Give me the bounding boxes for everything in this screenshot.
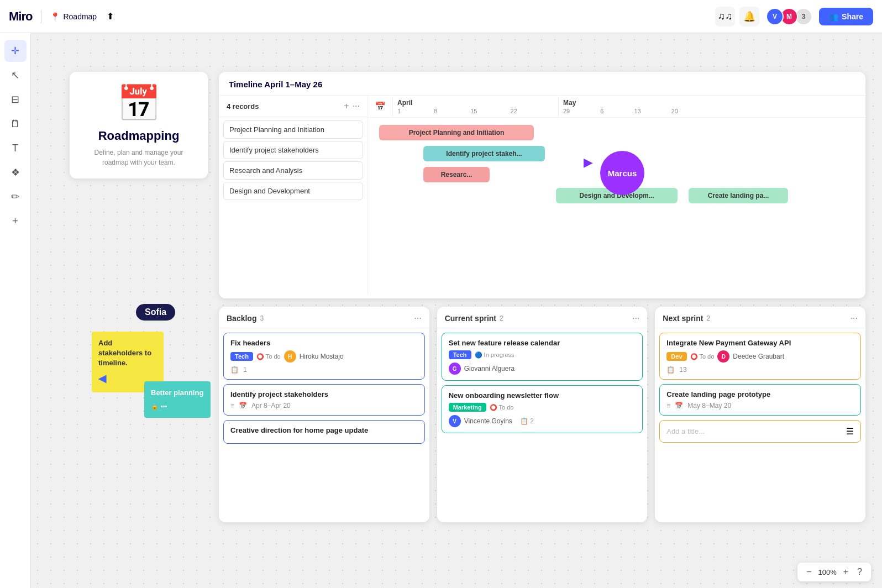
- roadmap-card-description: Define, plan and manage your roadmap wit…: [81, 148, 197, 167]
- timeline-item-3[interactable]: Design and Development: [223, 182, 363, 200]
- next-sprint-more-button[interactable]: ···: [851, 313, 858, 323]
- current-sprint-title: Current sprint 2: [445, 314, 503, 323]
- notification-icon[interactable]: 🔔: [739, 7, 759, 27]
- roadmap-calendar-icon: 📅: [117, 83, 161, 124]
- records-count: 4 records: [227, 102, 259, 111]
- calendar-icon: 📅: [675, 402, 683, 410]
- pin-icon: 📍: [50, 12, 60, 21]
- tech-tag: Tech: [230, 352, 253, 361]
- assignee: V Vincente Goyins 📋 2: [449, 415, 636, 427]
- bar-row-0: Project Planning and Initiation: [368, 122, 865, 143]
- zoom-out-button[interactable]: −: [804, 566, 813, 578]
- bottom-bar: − 100% + ?: [797, 563, 871, 581]
- music-icon[interactable]: ♫♫: [715, 7, 735, 27]
- export-icon[interactable]: ⬆: [103, 9, 117, 24]
- zoom-in-button[interactable]: +: [841, 566, 851, 578]
- next-sprint-title: Next sprint 2: [663, 314, 710, 323]
- card-title: Fix headers: [230, 339, 418, 347]
- card-title: Integrate New Payment Gateway API: [666, 339, 854, 347]
- kanban-col-current-sprint: Current sprint 2 ··· Set new feature rel…: [437, 307, 648, 522]
- add-title-input[interactable]: Add a title...: [666, 427, 846, 435]
- more-options-button[interactable]: ···: [353, 101, 360, 111]
- card-feature-calendar[interactable]: Set new feature release calendar Tech 🔵 …: [442, 333, 643, 381]
- week-13: 13: [634, 108, 641, 114]
- zoom-level: 100%: [818, 568, 837, 576]
- timeline-bar-0[interactable]: Project Planning and Initiation: [379, 125, 534, 140]
- card-onboarding[interactable]: New onboarding newsletter flow Marketing…: [442, 385, 643, 433]
- timeline-calendar: 📅 April 1 8 15 22 May: [368, 96, 865, 295]
- kanban-section: Backlog 3 ··· Fix headers Tech ⭕ To do H…: [219, 307, 865, 522]
- share-icon: 👥: [829, 12, 838, 21]
- marketing-tag: Marketing: [449, 403, 486, 412]
- crosshair-tool-button[interactable]: ✛: [4, 40, 27, 62]
- timeline-bar-4[interactable]: Create landing pa...: [689, 188, 788, 203]
- help-button[interactable]: ?: [855, 566, 864, 578]
- add-record-button[interactable]: +: [344, 101, 349, 111]
- subtask-count: 📋 2: [520, 417, 534, 425]
- current-sprint-more-button[interactable]: ···: [632, 313, 639, 323]
- card-tags: Tech ⭕ To do H Hiroku Mostajo: [230, 350, 418, 363]
- april-weeks: 1 8 15 22: [397, 108, 554, 114]
- timeline-bar-1[interactable]: Identify project stakeh...: [423, 146, 545, 161]
- board-title: Roadmap: [63, 12, 97, 21]
- sticky-tool-button[interactable]: 🗒: [4, 113, 27, 135]
- share-button[interactable]: 👥 Share: [819, 8, 873, 25]
- calendar-icon: 📅: [239, 402, 247, 410]
- cursor-arrow-icon: ▶: [584, 155, 593, 170]
- timeline-list: 4 records + ··· Project Planning and Ini…: [219, 96, 368, 295]
- topbar-right: ♫♫ 🔔 V M 3 👥 Share: [715, 7, 873, 27]
- backlog-title: Backlog 3: [227, 314, 264, 323]
- timeline-item-0[interactable]: Project Planning and Initiation: [223, 120, 363, 139]
- backlog-more-button[interactable]: ···: [414, 313, 421, 323]
- timeline-item-1[interactable]: Identify project stakeholders: [223, 141, 363, 159]
- timeline-body: 4 records + ··· Project Planning and Ini…: [219, 96, 865, 295]
- canvas[interactable]: 📅 Roadmapping Define, plan and manage yo…: [31, 33, 882, 588]
- add-title-icons: ☰: [846, 426, 854, 437]
- timeline-bar-2[interactable]: Researc...: [423, 167, 490, 182]
- marcus-cursor-bubble: Marcus: [600, 151, 644, 195]
- status-in-progress: 🔵 In progress: [475, 351, 514, 359]
- week-1: 1: [397, 108, 401, 114]
- card-landing-prototype[interactable]: Create landing page prototype ≡ 📅 May 8–…: [659, 384, 861, 416]
- sticky-teal-note[interactable]: Better planning 🔒▪▪▪: [144, 381, 211, 418]
- timeline-item-2[interactable]: Research and Analysis: [223, 161, 363, 180]
- add-more-button[interactable]: +: [4, 210, 27, 232]
- assignee-avatar: D: [717, 350, 729, 363]
- cursor-tool-button[interactable]: ↖: [4, 64, 27, 86]
- card-title: Creative direction for home page update: [230, 426, 418, 434]
- assignee-avatar: V: [449, 415, 461, 427]
- may-month: May 29 6 13 20: [558, 97, 724, 117]
- card-creative-direction[interactable]: Creative direction for home page update: [223, 420, 425, 444]
- divider: [41, 10, 41, 23]
- card-tags: Dev ⭕ To do D Deedee Graubart: [666, 350, 854, 363]
- text-tool-button[interactable]: T: [4, 137, 27, 159]
- timeline-header: Timeline April 1–May 26: [219, 72, 865, 96]
- timeline-title: Timeline April 1–May 26: [229, 80, 322, 89]
- card-tags: Marketing ⭕ To do: [449, 403, 636, 412]
- add-title-card[interactable]: Add a title... ☰: [659, 420, 861, 443]
- pen-tool-button[interactable]: ✏: [4, 186, 27, 208]
- week-15: 15: [470, 108, 477, 114]
- sticky-teal-meta: 🔒▪▪▪: [151, 402, 204, 411]
- board-name[interactable]: 📍 Roadmap: [50, 12, 97, 21]
- may-label: May: [563, 99, 720, 107]
- assignee: H Hiroku Mostajo: [284, 350, 344, 363]
- card-payment-api[interactable]: Integrate New Payment Gateway API Dev ⭕ …: [659, 333, 861, 380]
- frames-tool-button[interactable]: ⊟: [4, 88, 27, 111]
- status-todo: ⭕ To do: [490, 404, 514, 411]
- roadmap-card-title: Roadmapping: [98, 129, 180, 143]
- card-date: ≡ 📅 May 8–May 20: [666, 402, 854, 410]
- calendar-icon: 📅: [368, 101, 392, 112]
- week-22: 22: [511, 108, 517, 114]
- miro-logo: Miro: [9, 9, 32, 24]
- assignee-avatar: H: [284, 350, 296, 363]
- kanban-col-backlog: Backlog 3 ··· Fix headers Tech ⭕ To do H…: [219, 307, 429, 522]
- timeline-cal-header: 📅 April 1 8 15 22 May: [368, 96, 865, 118]
- current-sprint-cards: Set new feature release calendar Tech 🔵 …: [437, 328, 648, 522]
- current-sprint-header: Current sprint 2 ···: [437, 307, 648, 328]
- card-identify-stakeholders[interactable]: Identify project stakeholders ≡ 📅 Apr 8–…: [223, 384, 425, 416]
- cal-months: April 1 8 15 22 May 29: [392, 97, 865, 117]
- shapes-tool-button[interactable]: ❖: [4, 161, 27, 183]
- card-fix-headers[interactable]: Fix headers Tech ⭕ To do H Hiroku Mostaj…: [223, 333, 425, 380]
- timeline-bars: Project Planning and Initiation Identify…: [368, 118, 865, 211]
